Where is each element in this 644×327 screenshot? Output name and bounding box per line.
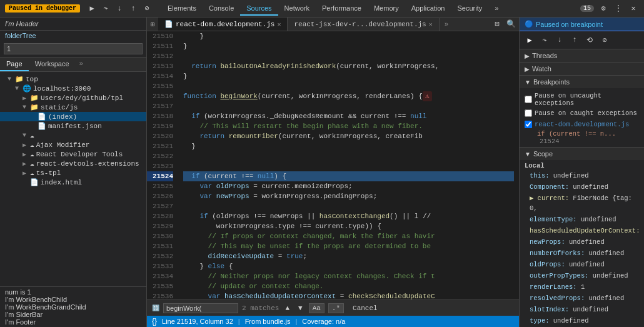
tab-memory[interactable]: Memory	[368, 2, 405, 16]
code-tab-react-dom[interactable]: 📄 react-dom.development.js ✕	[158, 18, 288, 31]
code-tabs: ⊞ 📄 react-dom.development.js ✕ react-jsx…	[147, 18, 519, 31]
tab-network[interactable]: Network	[278, 2, 316, 16]
step-over-btn[interactable]: ↷	[100, 3, 111, 14]
tree-item-users[interactable]: ▶ 📁 Users/edy/github/tpl	[0, 93, 146, 103]
threads-arrow: ▶	[525, 53, 530, 59]
tree-item-cloud[interactable]: ▼ ☁	[0, 131, 146, 140]
bp-condition: if (current !== n... 21524	[520, 129, 644, 146]
scope-current[interactable]: ▶ current: FiberNode {tag: 0,	[520, 193, 644, 214]
scope-slotindex: slotIndex: undefined	[520, 304, 644, 315]
breakpoints-header[interactable]: ▼ Breakpoints	[520, 76, 644, 88]
resume-script-icon[interactable]: ▶	[523, 34, 536, 46]
scope-header[interactable]: ▼ Scope	[520, 148, 644, 160]
bp-caught-checkbox[interactable]	[525, 109, 532, 117]
next-match-btn[interactable]: ▼	[296, 304, 305, 313]
search-box	[0, 41, 146, 58]
main-tabs: Elements Console Sources Network Perform…	[161, 2, 505, 16]
tab-more[interactable]: »	[488, 2, 505, 16]
bp-file-item[interactable]: react-dom.development.js	[520, 119, 644, 129]
watch-header[interactable]: ▶ Watch	[520, 63, 644, 75]
scope-this: this: undefined	[520, 170, 644, 181]
step-over-icon[interactable]: ↷	[538, 34, 551, 46]
brackets-icon: {}	[152, 317, 157, 326]
dock-icon[interactable]: ⋮	[613, 3, 624, 14]
case-sensitive-btn[interactable]: Aa	[309, 303, 325, 313]
tree-item-indexhtml[interactable]: 📄 index.html	[0, 178, 146, 187]
bp-condition-text: if (current !== n...	[537, 130, 616, 138]
bp-file-name: react-dom.development.js	[535, 121, 629, 128]
step-back-icon[interactable]: ⟲	[583, 34, 596, 46]
tree-item-top[interactable]: ▼ 📁 top	[0, 74, 146, 84]
step-into-btn[interactable]: ↓	[114, 3, 125, 14]
left-tab-more[interactable]: »	[76, 58, 88, 71]
workspace-tab[interactable]: Workspace	[29, 58, 76, 71]
step-out-icon[interactable]: ↑	[568, 34, 581, 46]
scope-content: Local this: undefined Component: undefin…	[520, 160, 644, 327]
coverage-info: Coverage: n/a	[302, 318, 345, 325]
search-code-icon[interactable]: 🔍	[505, 19, 516, 30]
regex-btn[interactable]: .*	[328, 303, 344, 313]
format-icon[interactable]: ⊡	[491, 19, 503, 30]
code-tab-more[interactable]: »	[440, 18, 454, 31]
search-input[interactable]	[163, 303, 238, 313]
tab-application[interactable]: Application	[405, 2, 451, 16]
search-count: 2 matches	[242, 304, 279, 312]
bp-caught-label: Pause on caught exceptions	[535, 109, 637, 117]
threads-header[interactable]: ▶ Threads	[520, 49, 644, 62]
step-out-btn[interactable]: ↑	[128, 3, 139, 14]
threads-label: Threads	[532, 52, 557, 59]
scope-newprops: newProps: undefined	[520, 236, 644, 248]
deactivate-btn[interactable]: ⊘	[141, 3, 153, 14]
left-panel: I'm Header folderTree Page Workspace » ▼…	[0, 18, 147, 327]
debug-controls: ▶ ↷ ↓ ↑ ⊘	[86, 3, 153, 14]
step-into-icon[interactable]: ↓	[553, 34, 566, 46]
left-panel-tabs: Page Workspace »	[0, 58, 146, 72]
settings-icon[interactable]: ⚙	[598, 3, 609, 14]
tree-item-react-ext[interactable]: ▶ ☁ react-devtools-extensions	[0, 159, 146, 168]
tab-performance[interactable]: Performance	[316, 2, 368, 16]
footer-label: I'm Footer	[5, 318, 141, 326]
code-content[interactable]: } } return bailoutOnAlreadyFinishedWork(…	[178, 31, 519, 299]
bp-caught[interactable]: Pause on caught exceptions	[525, 108, 639, 118]
prev-match-btn[interactable]: ▲	[283, 304, 292, 313]
tree-item-ajax[interactable]: ▶ ☁ Ajax Modifier	[0, 140, 146, 149]
resume-btn[interactable]: ▶	[86, 3, 98, 14]
app-folder-tree: folderTree	[0, 31, 146, 41]
code-panel: ⊞ 📄 react-dom.development.js ✕ react-jsx…	[147, 18, 519, 327]
file-tree: ▼ 📁 top ▼ 🌐 localhost:3000 ▶ 📁 Users/edy…	[0, 72, 146, 286]
tree-item-ts-tpl[interactable]: ▶ ☁ ts-tpl	[0, 168, 146, 178]
scope-label: Scope	[533, 150, 553, 158]
code-editor[interactable]: 21510 21511 21512 21513 21514 21515 2151…	[147, 31, 519, 299]
paused-banner: 🔵 Paused on breakpoint	[520, 18, 644, 31]
tree-item-index[interactable]: 📄 (index)	[0, 112, 146, 121]
tree-item-localhost[interactable]: ▼ 🌐 localhost:3000	[0, 84, 146, 93]
watch-label: Watch	[532, 65, 551, 73]
breakpoints-section: ▼ Breakpoints Pause on uncaught exceptio…	[520, 76, 644, 148]
tab-decode-icon[interactable]: ⊞	[147, 19, 158, 30]
search-input[interactable]	[4, 43, 143, 54]
bp-content: Pause on uncaught exceptions Pause on ca…	[520, 88, 644, 147]
code-tab-react-jsx[interactable]: react-jsx-dev-r...development.js ✕	[288, 18, 439, 31]
bp-uncaught-checkbox[interactable]	[525, 96, 532, 103]
search-cancel-btn[interactable]: Cancel	[348, 304, 383, 313]
scope-resolvedprops: resolvedProps: undefined	[520, 293, 644, 304]
tree-item-manifest[interactable]: 📄 manifest.json	[0, 121, 146, 131]
right-panel: 🔵 Paused on breakpoint ▶ ↷ ↓ ↑ ⟲ ⊘ ▶ Thr…	[519, 18, 644, 327]
tree-item-staticjs[interactable]: ▼ 📁 static/js	[0, 103, 146, 112]
close-icon[interactable]: ✕	[628, 3, 639, 14]
code-tab-actions: ⊡ 🔍	[489, 19, 519, 30]
tab-elements[interactable]: Elements	[161, 2, 203, 16]
top-bar-right: 15 ⚙ ⋮ ✕	[580, 3, 639, 14]
workbench-child: I'm WorkBenchChild	[5, 296, 141, 303]
scope-local-group: Local	[520, 161, 644, 170]
tab-console[interactable]: Console	[203, 2, 240, 16]
tree-item-react-devtools[interactable]: ▶ ☁ React Developer Tools	[0, 149, 146, 159]
deactivate-bp-icon[interactable]: ⊘	[598, 34, 611, 46]
page-tab[interactable]: Page	[0, 58, 29, 71]
main-content: I'm Header folderTree Page Workspace » ▼…	[0, 18, 644, 327]
tab-security[interactable]: Security	[451, 2, 489, 16]
search-label: 🔡	[152, 304, 159, 312]
bp-uncaught[interactable]: Pause on uncaught exceptions	[525, 91, 639, 108]
bp-file-checkbox[interactable]	[525, 121, 532, 128]
tab-sources[interactable]: Sources	[240, 2, 278, 16]
